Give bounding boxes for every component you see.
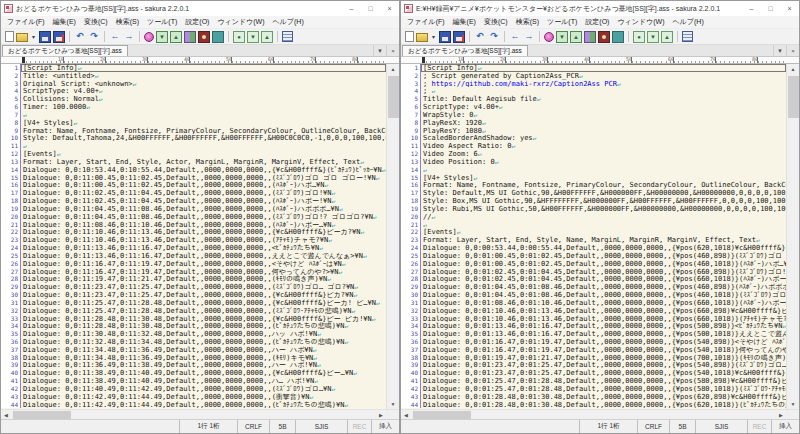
- close-button[interactable]: ×: [780, 1, 799, 16]
- find-prev-icon[interactable]: ▲: [170, 31, 182, 43]
- menu-item-settings[interactable]: 設定(O): [581, 17, 613, 27]
- hyperlink[interactable]: https://github.com/maki-rxrz/Caption2Ass…: [431, 80, 616, 88]
- vertical-scroll-thumb[interactable]: [388, 76, 399, 118]
- status-message: [1, 420, 179, 433]
- bookmark-set-icon[interactable]: ●: [633, 31, 645, 43]
- titlebar[interactable]: おどるポケモンひみつ基地[SS][字].ass - sakura 2.2.0.1…: [1, 1, 399, 16]
- save-as-icon[interactable]: [53, 31, 65, 43]
- close-button[interactable]: ×: [380, 1, 399, 16]
- bookmark-prev-icon[interactable]: ▲: [261, 31, 273, 43]
- editor-line: 39Dialogue: 0,0:11:36.49,0:11:38.49,Defa…: [1, 361, 386, 369]
- ruler-number: 60: [268, 56, 274, 62]
- editor-line: 24Dialogue: 0,0:00:53.44,0:00:55.44,Defa…: [401, 244, 786, 252]
- open-file-dropdown-icon[interactable]: ▾: [430, 31, 437, 43]
- undo-icon[interactable]: ↶: [474, 31, 486, 43]
- menu-item-convert[interactable]: 変換(C): [80, 17, 112, 27]
- bookmark-prev-icon[interactable]: ▲: [661, 31, 673, 43]
- menu-item-help[interactable]: ヘルプ(H): [269, 17, 308, 27]
- horizontal-scroll-thumb[interactable]: [413, 411, 471, 419]
- grep-icon[interactable]: [598, 31, 610, 43]
- menu-item-tools[interactable]: ツール(T): [543, 17, 581, 27]
- minimize-button[interactable]: –: [342, 1, 361, 16]
- find-next-icon[interactable]: ▼: [156, 31, 168, 43]
- bookmark-set-icon[interactable]: ●: [233, 31, 245, 43]
- replace-icon[interactable]: [584, 31, 596, 43]
- scroll-down-icon[interactable]: ▼: [787, 399, 800, 409]
- undo-icon[interactable]: ↶: [74, 31, 86, 43]
- nav-forward-icon[interactable]: →: [123, 31, 135, 43]
- nav-back-icon[interactable]: ←: [109, 31, 121, 43]
- menu-item-file[interactable]: ファイル(F): [3, 17, 49, 27]
- vertical-scroll-thumb[interactable]: [788, 76, 799, 118]
- ruler: 1020304050607080: [1, 57, 399, 64]
- scroll-up-icon[interactable]: ▲: [787, 64, 800, 74]
- tab-active[interactable]: おどるポケモンひみつ基地[SS][字].ass: [402, 45, 528, 56]
- maximize-button[interactable]: □: [361, 1, 380, 16]
- eol-mark-icon: ↵: [482, 127, 486, 134]
- new-file-icon[interactable]: [405, 31, 414, 42]
- bookmark-next-icon[interactable]: ▼: [647, 31, 659, 43]
- save-icon[interactable]: [439, 31, 451, 43]
- editor-line: 18Style: Box,MS UI Gothic,90,&HFFFFFFFF,…: [401, 197, 786, 205]
- menu-item-file[interactable]: ファイル(F): [403, 17, 449, 27]
- line-number: 35: [401, 330, 421, 338]
- search-icon[interactable]: [144, 32, 154, 42]
- horizontal-scrollbar[interactable]: ◀ ▶: [1, 409, 399, 419]
- status-insert-mode[interactable]: 挿入: [771, 420, 799, 433]
- nav-back-icon[interactable]: ←: [509, 31, 521, 43]
- nav-forward-icon[interactable]: →: [523, 31, 535, 43]
- line-text: WrapStyle: 0↵: [421, 111, 786, 119]
- menubar: ファイル(F)編集(E)変換(C)検索(S)ツール(T)設定(O)ウィンドウ(W…: [401, 16, 799, 29]
- menu-item-settings[interactable]: 設定(O): [181, 17, 213, 27]
- line-text: Dialogue: 0,0:11:08.46,0:11:10.46,Defaul…: [21, 221, 386, 229]
- save-icon[interactable]: [39, 31, 51, 43]
- maximize-button[interactable]: □: [761, 1, 780, 16]
- redo-icon[interactable]: ↷: [88, 31, 100, 43]
- menu-item-window[interactable]: ウィンドウ(W): [613, 17, 668, 27]
- find-next-icon[interactable]: ▼: [556, 31, 568, 43]
- tab-list-dropdown[interactable]: ▼: [373, 45, 386, 56]
- editor-line: 2Title: <untitled>↵: [1, 72, 386, 80]
- tab-list-dropdown[interactable]: ▼: [773, 45, 786, 56]
- menu-item-edit[interactable]: 編集(E): [449, 17, 480, 27]
- horizontal-scroll-thumb[interactable]: [13, 411, 71, 419]
- status-insert-mode[interactable]: 挿入: [371, 420, 399, 433]
- search-icon[interactable]: [544, 32, 554, 42]
- editor-line: 32Dialogue: 0,0:01:10.46,0:01:13.46,Defa…: [401, 307, 786, 315]
- menu-item-window[interactable]: ウィンドウ(W): [213, 17, 268, 27]
- horizontal-scrollbar[interactable]: ◀ ▶: [401, 409, 799, 419]
- new-file-icon[interactable]: [5, 31, 14, 42]
- open-file-icon[interactable]: [416, 33, 428, 42]
- tab-close-button[interactable]: ×: [386, 45, 399, 56]
- line-number: 41: [401, 377, 421, 385]
- outline-analysis-icon[interactable]: [682, 31, 693, 42]
- menu-item-help[interactable]: ヘルプ(H): [669, 17, 708, 27]
- outline-jump-icon[interactable]: [212, 31, 224, 43]
- minimize-button[interactable]: –: [742, 1, 761, 16]
- scroll-down-icon[interactable]: ▼: [387, 399, 400, 409]
- scroll-up-icon[interactable]: ▲: [387, 64, 400, 74]
- redo-icon[interactable]: ↷: [488, 31, 500, 43]
- titlebar[interactable]: E:¥H¥録画¥アニメ¥ポケットモンスター¥おどるポケモンひみつ基地[SS][字…: [401, 1, 799, 16]
- line-number: 6: [401, 103, 421, 111]
- replace-icon[interactable]: [184, 31, 196, 43]
- bookmark-next-icon[interactable]: ▼: [247, 31, 259, 43]
- grep-icon[interactable]: [198, 31, 210, 43]
- find-prev-icon[interactable]: ▲: [570, 31, 582, 43]
- open-file-dropdown-icon[interactable]: ▾: [30, 31, 37, 43]
- open-file-icon[interactable]: [16, 33, 28, 42]
- menu-item-tools[interactable]: ツール(T): [143, 17, 181, 27]
- text-editor[interactable]: 1[Script Info]↵2; Script generated by Ca…: [401, 64, 786, 409]
- tab-close-button[interactable]: ×: [786, 45, 799, 56]
- save-as-icon[interactable]: [453, 31, 465, 43]
- menu-item-edit[interactable]: 編集(E): [49, 17, 80, 27]
- text-editor[interactable]: 1[Script Info]↵2Title: <untitled>↵3Origi…: [1, 64, 386, 409]
- menu-item-search[interactable]: 検索(S): [112, 17, 143, 27]
- outline-analysis-icon[interactable]: [282, 31, 293, 42]
- tab-active[interactable]: おどるポケモンひみつ基地[SS][字].ass: [2, 45, 128, 56]
- menu-item-convert[interactable]: 変換(C): [480, 17, 512, 27]
- vertical-scrollbar[interactable]: ▲ ▼: [786, 64, 799, 409]
- vertical-scrollbar[interactable]: ▲ ▼: [386, 64, 399, 409]
- menu-item-search[interactable]: 検索(S): [512, 17, 543, 27]
- outline-jump-icon[interactable]: [612, 31, 624, 43]
